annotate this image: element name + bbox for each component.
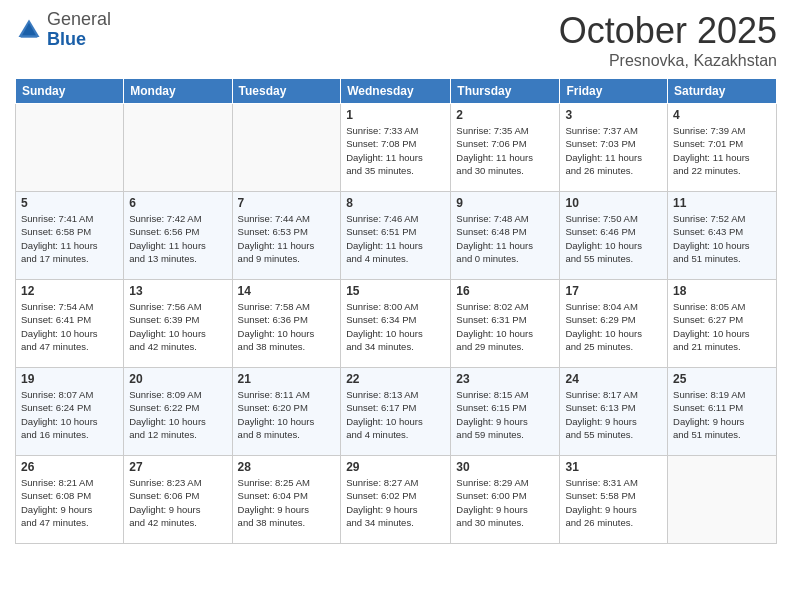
day-number: 2 [456,108,554,122]
day-number: 13 [129,284,226,298]
calendar-cell: 7Sunrise: 7:44 AM Sunset: 6:53 PM Daylig… [232,192,341,280]
calendar-weekday-wednesday: Wednesday [341,79,451,104]
calendar-week-3: 12Sunrise: 7:54 AM Sunset: 6:41 PM Dayli… [16,280,777,368]
calendar-cell: 18Sunrise: 8:05 AM Sunset: 6:27 PM Dayli… [668,280,777,368]
day-info: Sunrise: 7:37 AM Sunset: 7:03 PM Dayligh… [565,124,662,177]
calendar-cell: 12Sunrise: 7:54 AM Sunset: 6:41 PM Dayli… [16,280,124,368]
calendar-cell: 29Sunrise: 8:27 AM Sunset: 6:02 PM Dayli… [341,456,451,544]
day-info: Sunrise: 7:35 AM Sunset: 7:06 PM Dayligh… [456,124,554,177]
calendar-week-4: 19Sunrise: 8:07 AM Sunset: 6:24 PM Dayli… [16,368,777,456]
day-number: 11 [673,196,771,210]
day-number: 7 [238,196,336,210]
calendar-cell: 23Sunrise: 8:15 AM Sunset: 6:15 PM Dayli… [451,368,560,456]
day-number: 24 [565,372,662,386]
day-number: 14 [238,284,336,298]
calendar-weekday-tuesday: Tuesday [232,79,341,104]
calendar-cell [668,456,777,544]
calendar-weekday-friday: Friday [560,79,668,104]
calendar-cell: 24Sunrise: 8:17 AM Sunset: 6:13 PM Dayli… [560,368,668,456]
day-number: 3 [565,108,662,122]
day-info: Sunrise: 8:09 AM Sunset: 6:22 PM Dayligh… [129,388,226,441]
day-info: Sunrise: 8:05 AM Sunset: 6:27 PM Dayligh… [673,300,771,353]
calendar-cell [124,104,232,192]
day-number: 30 [456,460,554,474]
calendar-weekday-thursday: Thursday [451,79,560,104]
calendar-cell [16,104,124,192]
calendar-week-5: 26Sunrise: 8:21 AM Sunset: 6:08 PM Dayli… [16,456,777,544]
calendar-cell: 16Sunrise: 8:02 AM Sunset: 6:31 PM Dayli… [451,280,560,368]
day-number: 25 [673,372,771,386]
location-title: Presnovka, Kazakhstan [559,52,777,70]
calendar-cell: 19Sunrise: 8:07 AM Sunset: 6:24 PM Dayli… [16,368,124,456]
day-info: Sunrise: 7:58 AM Sunset: 6:36 PM Dayligh… [238,300,336,353]
calendar-weekday-sunday: Sunday [16,79,124,104]
day-info: Sunrise: 8:13 AM Sunset: 6:17 PM Dayligh… [346,388,445,441]
calendar-weekday-saturday: Saturday [668,79,777,104]
header: General Blue October 2025 Presnovka, Kaz… [15,10,777,70]
day-number: 31 [565,460,662,474]
calendar-cell: 17Sunrise: 8:04 AM Sunset: 6:29 PM Dayli… [560,280,668,368]
logo-icon [15,16,43,44]
calendar-cell: 28Sunrise: 8:25 AM Sunset: 6:04 PM Dayli… [232,456,341,544]
day-info: Sunrise: 7:54 AM Sunset: 6:41 PM Dayligh… [21,300,118,353]
day-number: 1 [346,108,445,122]
calendar-cell: 8Sunrise: 7:46 AM Sunset: 6:51 PM Daylig… [341,192,451,280]
day-info: Sunrise: 8:02 AM Sunset: 6:31 PM Dayligh… [456,300,554,353]
day-number: 4 [673,108,771,122]
calendar-cell: 22Sunrise: 8:13 AM Sunset: 6:17 PM Dayli… [341,368,451,456]
calendar-cell: 20Sunrise: 8:09 AM Sunset: 6:22 PM Dayli… [124,368,232,456]
day-number: 17 [565,284,662,298]
day-info: Sunrise: 8:11 AM Sunset: 6:20 PM Dayligh… [238,388,336,441]
day-info: Sunrise: 7:39 AM Sunset: 7:01 PM Dayligh… [673,124,771,177]
day-info: Sunrise: 8:27 AM Sunset: 6:02 PM Dayligh… [346,476,445,529]
calendar-cell: 26Sunrise: 8:21 AM Sunset: 6:08 PM Dayli… [16,456,124,544]
day-info: Sunrise: 7:52 AM Sunset: 6:43 PM Dayligh… [673,212,771,265]
day-info: Sunrise: 8:29 AM Sunset: 6:00 PM Dayligh… [456,476,554,529]
day-info: Sunrise: 8:15 AM Sunset: 6:15 PM Dayligh… [456,388,554,441]
day-number: 18 [673,284,771,298]
calendar-cell: 9Sunrise: 7:48 AM Sunset: 6:48 PM Daylig… [451,192,560,280]
logo-blue: Blue [47,29,86,49]
calendar-cell: 5Sunrise: 7:41 AM Sunset: 6:58 PM Daylig… [16,192,124,280]
calendar-table: SundayMondayTuesdayWednesdayThursdayFrid… [15,78,777,544]
calendar-week-2: 5Sunrise: 7:41 AM Sunset: 6:58 PM Daylig… [16,192,777,280]
day-info: Sunrise: 8:21 AM Sunset: 6:08 PM Dayligh… [21,476,118,529]
day-number: 21 [238,372,336,386]
calendar-cell: 13Sunrise: 7:56 AM Sunset: 6:39 PM Dayli… [124,280,232,368]
day-info: Sunrise: 7:41 AM Sunset: 6:58 PM Dayligh… [21,212,118,265]
day-number: 22 [346,372,445,386]
calendar-cell: 6Sunrise: 7:42 AM Sunset: 6:56 PM Daylig… [124,192,232,280]
day-info: Sunrise: 7:50 AM Sunset: 6:46 PM Dayligh… [565,212,662,265]
calendar-cell: 15Sunrise: 8:00 AM Sunset: 6:34 PM Dayli… [341,280,451,368]
page: General Blue October 2025 Presnovka, Kaz… [0,0,792,612]
day-info: Sunrise: 7:46 AM Sunset: 6:51 PM Dayligh… [346,212,445,265]
calendar-cell: 25Sunrise: 8:19 AM Sunset: 6:11 PM Dayli… [668,368,777,456]
month-title: October 2025 [559,10,777,52]
calendar-cell: 10Sunrise: 7:50 AM Sunset: 6:46 PM Dayli… [560,192,668,280]
calendar-cell: 11Sunrise: 7:52 AM Sunset: 6:43 PM Dayli… [668,192,777,280]
day-info: Sunrise: 8:23 AM Sunset: 6:06 PM Dayligh… [129,476,226,529]
calendar-header-row: SundayMondayTuesdayWednesdayThursdayFrid… [16,79,777,104]
day-number: 20 [129,372,226,386]
title-block: October 2025 Presnovka, Kazakhstan [559,10,777,70]
day-number: 6 [129,196,226,210]
day-number: 29 [346,460,445,474]
day-number: 12 [21,284,118,298]
calendar-cell: 31Sunrise: 8:31 AM Sunset: 5:58 PM Dayli… [560,456,668,544]
day-number: 15 [346,284,445,298]
calendar-cell: 3Sunrise: 7:37 AM Sunset: 7:03 PM Daylig… [560,104,668,192]
day-info: Sunrise: 7:56 AM Sunset: 6:39 PM Dayligh… [129,300,226,353]
calendar-week-1: 1Sunrise: 7:33 AM Sunset: 7:08 PM Daylig… [16,104,777,192]
day-number: 10 [565,196,662,210]
calendar-cell: 21Sunrise: 8:11 AM Sunset: 6:20 PM Dayli… [232,368,341,456]
day-number: 8 [346,196,445,210]
day-info: Sunrise: 7:48 AM Sunset: 6:48 PM Dayligh… [456,212,554,265]
calendar-cell: 27Sunrise: 8:23 AM Sunset: 6:06 PM Dayli… [124,456,232,544]
day-number: 26 [21,460,118,474]
day-info: Sunrise: 8:25 AM Sunset: 6:04 PM Dayligh… [238,476,336,529]
calendar-cell: 1Sunrise: 7:33 AM Sunset: 7:08 PM Daylig… [341,104,451,192]
day-info: Sunrise: 7:33 AM Sunset: 7:08 PM Dayligh… [346,124,445,177]
calendar-cell: 2Sunrise: 7:35 AM Sunset: 7:06 PM Daylig… [451,104,560,192]
day-info: Sunrise: 8:31 AM Sunset: 5:58 PM Dayligh… [565,476,662,529]
logo-general: General [47,9,111,29]
